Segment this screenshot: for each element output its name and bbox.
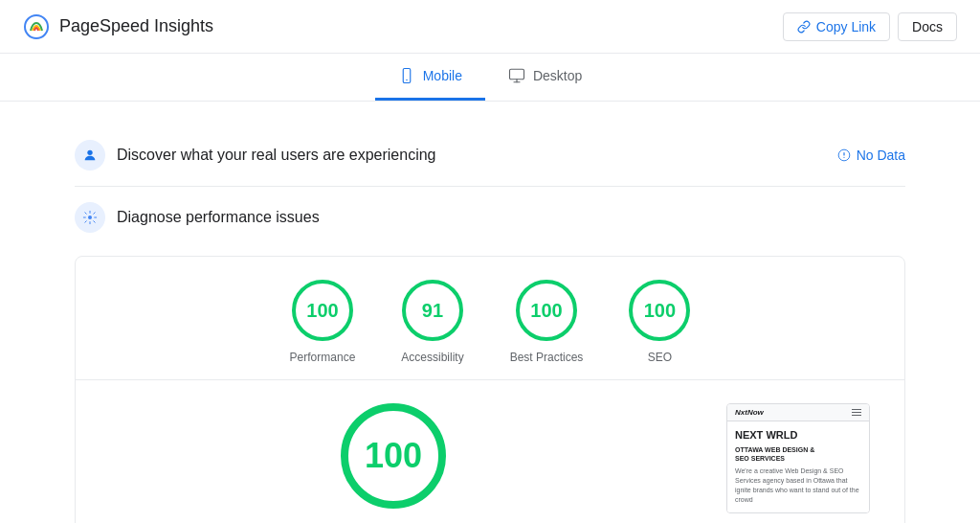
accessibility-label: Accessibility bbox=[401, 351, 463, 364]
accessibility-circle: 91 bbox=[402, 280, 463, 341]
best-practices-label: Best Practices bbox=[510, 351, 584, 364]
thumbnail-headline: NEXT WRLD bbox=[735, 429, 861, 442]
big-performance-circle: 100 bbox=[341, 403, 446, 509]
thumbnail-header: NxtNow bbox=[727, 404, 869, 421]
thumbnail-menu-icon bbox=[852, 409, 861, 416]
scores-row: 100 Performance 91 Accessibility 100 Bes… bbox=[91, 280, 889, 364]
tab-mobile[interactable]: Mobile bbox=[375, 54, 485, 101]
best-practices-circle: 100 bbox=[516, 280, 577, 341]
detail-section: 100 Performance Values are estimated and… bbox=[91, 380, 889, 523]
svg-rect-3 bbox=[509, 69, 523, 80]
page-thumbnail: NxtNow NEXT WRLD OTTAWA WEB DESIGN & SEO… bbox=[726, 403, 870, 513]
tab-desktop[interactable]: Desktop bbox=[485, 54, 605, 101]
docs-button[interactable]: Docs bbox=[898, 12, 957, 41]
seo-label: SEO bbox=[648, 351, 672, 364]
thumbnail-logo: NxtNow bbox=[735, 408, 764, 417]
no-data-link[interactable]: No Data bbox=[837, 148, 905, 163]
real-users-icon-circle bbox=[75, 140, 105, 171]
performance-label: Performance bbox=[290, 351, 356, 364]
info-icon bbox=[837, 148, 851, 162]
desktop-icon bbox=[508, 67, 525, 84]
app-title: PageSpeed Insights bbox=[59, 16, 213, 36]
seo-circle: 100 bbox=[629, 280, 690, 341]
real-users-section: Discover what your real users are experi… bbox=[75, 125, 905, 187]
person-icon bbox=[82, 148, 98, 163]
mode-tabs: Mobile Desktop bbox=[0, 54, 980, 102]
performance-circle: 100 bbox=[292, 280, 353, 341]
score-best-practices[interactable]: 100 Best Practices bbox=[510, 280, 584, 364]
svg-point-10 bbox=[88, 216, 92, 219]
scores-card: 100 Performance 91 Accessibility 100 Bes… bbox=[75, 256, 905, 523]
mobile-icon bbox=[398, 67, 415, 84]
gear-icon bbox=[82, 210, 98, 225]
detail-left: 100 Performance Values are estimated and… bbox=[91, 403, 696, 523]
score-accessibility[interactable]: 91 Accessibility bbox=[401, 280, 463, 364]
header: PageSpeed Insights Copy Link Docs bbox=[0, 0, 980, 54]
svg-point-9 bbox=[843, 157, 844, 158]
diagnose-section-header: Diagnose performance issues bbox=[75, 187, 905, 240]
logo-area: PageSpeed Insights bbox=[23, 13, 213, 40]
header-actions: Copy Link Docs bbox=[783, 12, 957, 41]
diagnose-title: Diagnose performance issues bbox=[117, 209, 320, 226]
thumbnail-subheadline: OTTAWA WEB DESIGN & SEO SERVICES bbox=[735, 445, 861, 463]
pagespeed-logo-icon bbox=[23, 13, 50, 40]
score-seo[interactable]: 100 SEO bbox=[629, 280, 690, 364]
svg-point-6 bbox=[87, 150, 92, 155]
score-performance[interactable]: 100 Performance bbox=[290, 280, 356, 364]
diagnose-icon-circle bbox=[75, 202, 105, 233]
copy-link-button[interactable]: Copy Link bbox=[783, 12, 890, 41]
thumbnail-body-text: We're a creative Web Design & SEO Servic… bbox=[735, 466, 861, 504]
main-content: Discover what your real users are experi… bbox=[59, 102, 921, 523]
real-users-title: Discover what your real users are experi… bbox=[117, 147, 826, 164]
page-thumbnail-container: NxtNow NEXT WRLD OTTAWA WEB DESIGN & SEO… bbox=[726, 403, 889, 523]
thumbnail-body: NEXT WRLD OTTAWA WEB DESIGN & SEO SERVIC… bbox=[727, 421, 869, 512]
link-icon bbox=[797, 20, 811, 34]
